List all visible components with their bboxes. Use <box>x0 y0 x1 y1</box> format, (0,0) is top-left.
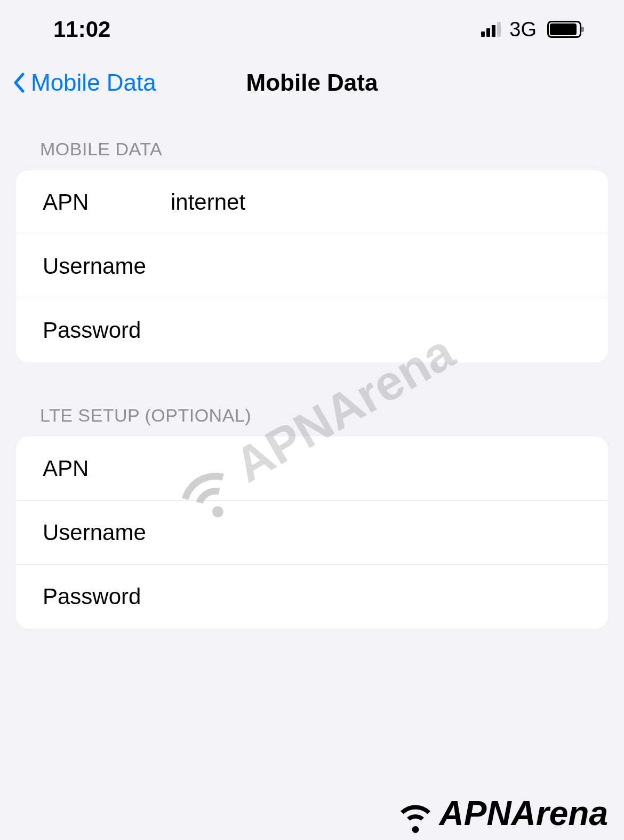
lte-setup-card: APN Username Password <box>16 437 608 629</box>
username-row[interactable]: Username <box>16 234 608 298</box>
chevron-left-icon <box>11 69 27 96</box>
password-row[interactable]: Password <box>16 298 608 362</box>
status-bar: 11:02 3G <box>0 0 624 53</box>
lte-username-label: Username <box>43 520 171 545</box>
lte-apn-input[interactable] <box>171 456 581 481</box>
apn-label: APN <box>43 189 171 215</box>
apn-row[interactable]: APN <box>16 170 608 234</box>
lte-username-input[interactable] <box>171 520 581 545</box>
mobile-data-card: APN Username Password <box>16 170 608 362</box>
back-button[interactable]: Mobile Data <box>11 69 156 96</box>
password-input[interactable] <box>171 318 581 343</box>
password-label: Password <box>43 318 171 343</box>
section-header-lte-setup: LTE SETUP (OPTIONAL) <box>16 405 608 437</box>
wifi-icon <box>394 792 437 835</box>
status-time: 11:02 <box>53 17 110 42</box>
network-type: 3G <box>509 18 537 41</box>
section-header-mobile-data: MOBILE DATA <box>16 139 608 170</box>
watermark-bottom: APNArena <box>394 792 608 835</box>
username-input[interactable] <box>171 253 581 279</box>
status-right: 3G <box>481 18 581 41</box>
signal-icon <box>481 22 501 37</box>
battery-icon <box>547 21 581 38</box>
lte-password-row[interactable]: Password <box>16 565 608 629</box>
lte-username-row[interactable]: Username <box>16 501 608 565</box>
nav-bar: Mobile Data Mobile Data <box>0 53 624 117</box>
lte-apn-row[interactable]: APN <box>16 437 608 501</box>
lte-password-input[interactable] <box>171 584 581 609</box>
apn-input[interactable] <box>171 189 581 215</box>
lte-password-label: Password <box>43 584 171 609</box>
back-label: Mobile Data <box>31 69 156 96</box>
username-label: Username <box>43 253 171 279</box>
lte-apn-label: APN <box>43 456 171 481</box>
